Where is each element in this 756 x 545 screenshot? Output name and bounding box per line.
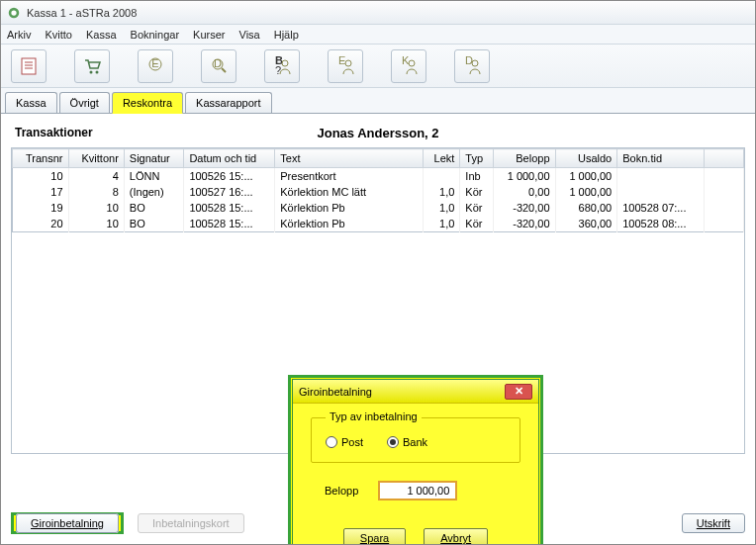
dialog-title: Giroinbetalning: [299, 386, 372, 398]
dialog-titlebar[interactable]: Giroinbetalning ✕: [293, 380, 538, 404]
svg-point-19: [409, 60, 415, 66]
person-b-q-icon: B?: [271, 56, 293, 76]
amount-label: Belopp: [325, 485, 358, 497]
toolbar-person-d-button[interactable]: D: [454, 49, 490, 83]
menu-kvitto[interactable]: Kvitto: [45, 29, 72, 41]
table-cell: BO: [124, 216, 184, 232]
table-cell: 10: [68, 200, 124, 216]
toolbar-cart-button[interactable]: [74, 49, 110, 83]
table-cell: 100527 16:...: [184, 184, 275, 200]
giro-button-label: Giroinbetalning: [31, 517, 104, 529]
table-cell: 8: [68, 184, 124, 200]
table-cell: Kör: [460, 200, 493, 216]
col-signatur[interactable]: Signatur: [124, 149, 184, 168]
table-row[interactable]: 104LÖNN100526 15:...PresentkortInb1 000,…: [13, 168, 744, 185]
tab-ovrigt[interactable]: Övrigt: [59, 92, 110, 113]
payment-type-legend: Typ av inbetalning: [326, 410, 422, 422]
svg-point-6: [90, 70, 93, 73]
tab-kassa[interactable]: Kassa: [5, 92, 57, 113]
table-cell: 0,00: [493, 184, 555, 200]
col-text[interactable]: Text: [275, 149, 424, 168]
svg-point-7: [96, 70, 99, 73]
table-cell: Körlektion Pb: [275, 216, 424, 232]
customer-name: Jonas Andersson, 2: [230, 126, 526, 140]
table-cell: 360,00: [555, 216, 617, 232]
transactions-grid[interactable]: Transnr Kvittonr Signatur Datum och tid …: [12, 148, 744, 232]
radio-post-label: Post: [341, 436, 363, 448]
table-cell: (Ingen): [124, 184, 184, 200]
table-cell: [705, 184, 744, 200]
utskrift-button[interactable]: Utskrift: [682, 513, 745, 533]
giro-button[interactable]: Giroinbetalning: [16, 513, 119, 533]
table-cell: LÖNN: [124, 168, 184, 185]
table-cell: 20: [13, 216, 69, 232]
col-bokn[interactable]: Bokn.tid: [617, 149, 705, 168]
radio-post[interactable]: Post: [326, 436, 363, 448]
table-cell: 100528 07:...: [617, 200, 705, 216]
table-cell: 100526 15:...: [184, 168, 275, 185]
magnify-e-icon: D: [209, 56, 229, 76]
table-cell: 1 000,00: [493, 168, 555, 185]
table-cell: [705, 168, 744, 185]
utskrift-button-label: Utskrift: [697, 517, 730, 529]
menu-bokningar[interactable]: Bokningar: [131, 29, 180, 41]
menu-hjalp[interactable]: Hjälp: [274, 29, 299, 41]
col-typ[interactable]: Typ: [460, 149, 493, 168]
table-row[interactable]: 178(Ingen)100527 16:...Körlektion MC lät…: [13, 184, 744, 200]
table-cell: 100528 15:...: [184, 216, 275, 232]
toolbar: E D B? E K D: [1, 45, 755, 88]
toolbar-magnify-e-button[interactable]: D: [201, 49, 236, 83]
menu-kurser[interactable]: Kurser: [193, 29, 225, 41]
notepad-icon: [19, 56, 39, 76]
dialog-close-button[interactable]: ✕: [505, 384, 532, 400]
col-belopp[interactable]: Belopp: [493, 149, 555, 168]
table-cell: 1 000,00: [555, 184, 617, 200]
table-row[interactable]: 1910BO100528 15:...Körlektion Pb1,0Kör-3…: [13, 200, 744, 216]
giro-button-highlight: Giroinbetalning: [11, 512, 124, 534]
toolbar-notepad-button[interactable]: [11, 49, 47, 83]
table-cell: 4: [68, 168, 124, 185]
tab-kassarapport[interactable]: Kassarapport: [185, 92, 271, 113]
table-cell: 1,0: [424, 184, 460, 200]
toolbar-stamp-e-button[interactable]: E: [138, 49, 173, 83]
menu-kassa[interactable]: Kassa: [86, 29, 117, 41]
window-titlebar: Kassa 1 - aSTRa 2008: [1, 1, 755, 25]
table-cell: [617, 184, 705, 200]
radio-bank-label: Bank: [403, 436, 427, 448]
content-area: Transaktioner Jonas Andersson, 2 Transnr…: [1, 114, 755, 545]
menu-arkiv[interactable]: Arkiv: [7, 29, 31, 41]
col-spacer: [705, 149, 744, 168]
table-cell: 1,0: [424, 216, 460, 232]
amount-input[interactable]: 1 000,00: [378, 481, 457, 500]
radio-bank[interactable]: Bank: [387, 436, 427, 448]
stamp-e-icon: E: [145, 56, 165, 76]
tab-reskontra[interactable]: Reskontra: [112, 92, 183, 114]
payment-type-group: Typ av inbetalning Post Bank: [311, 417, 520, 463]
toolbar-person-bq-button[interactable]: B?: [264, 49, 300, 83]
svg-text:D: D: [214, 57, 222, 69]
table-cell: Körlektion Pb: [275, 200, 424, 216]
table-cell: Inb: [460, 168, 493, 185]
menubar: Arkiv Kvitto Kassa Bokningar Kurser Visa…: [1, 25, 755, 45]
toolbar-person-e-button[interactable]: E: [328, 49, 363, 83]
menu-visa[interactable]: Visa: [239, 29, 260, 41]
col-lekt[interactable]: Lekt: [424, 149, 460, 168]
radio-bank-dot: [387, 436, 399, 448]
table-row[interactable]: 2010BO100528 15:...Körlektion Pb1,0Kör-3…: [13, 216, 744, 232]
close-icon: ✕: [515, 385, 523, 398]
person-d-icon: D: [461, 56, 483, 76]
table-cell: Kör: [460, 184, 493, 200]
table-cell: 1,0: [424, 200, 460, 216]
col-kvittonr[interactable]: Kvittonr: [68, 149, 124, 168]
toolbar-person-k-button[interactable]: K: [391, 49, 426, 83]
col-transnr[interactable]: Transnr: [13, 149, 69, 168]
svg-line-11: [222, 68, 226, 72]
col-datum[interactable]: Datum och tid: [184, 149, 275, 168]
table-cell: [705, 200, 744, 216]
col-usaldo[interactable]: Usaldo: [555, 149, 617, 168]
svg-rect-2: [22, 58, 36, 74]
table-cell: 1 000,00: [555, 168, 617, 185]
person-e-icon: E: [334, 56, 356, 76]
inbetalningskort-button: Inbetalningskort: [138, 513, 244, 533]
svg-text:K: K: [402, 56, 410, 66]
